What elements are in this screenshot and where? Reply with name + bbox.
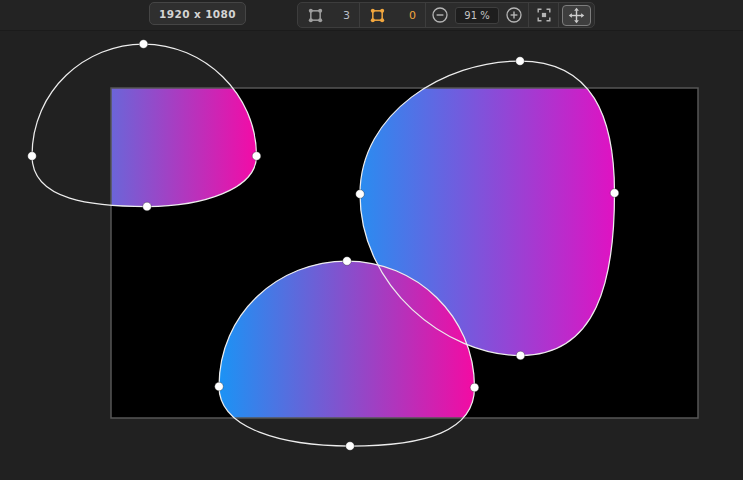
fit-to-screen-button[interactable] xyxy=(529,3,559,27)
artboard-size-badge: 1920 x 1080 xyxy=(149,2,246,25)
control-point[interactable] xyxy=(346,442,355,451)
bounding-box-icon xyxy=(307,7,324,24)
canvas-viewport[interactable] xyxy=(0,0,743,480)
control-point[interactable] xyxy=(28,152,37,161)
control-point[interactable] xyxy=(139,40,148,49)
zoom-in-button[interactable] xyxy=(505,6,523,24)
zoom-out-button[interactable] xyxy=(431,6,449,24)
control-point[interactable] xyxy=(516,57,525,66)
control-point[interactable] xyxy=(610,189,619,198)
shape-count-group[interactable]: 3 xyxy=(298,3,360,27)
selection-count-value: 0 xyxy=(409,9,416,22)
control-point[interactable] xyxy=(252,152,261,161)
artboard-size-label: 1920 x 1080 xyxy=(159,8,236,20)
control-point[interactable] xyxy=(470,383,479,392)
bounding-box-active-icon xyxy=(369,7,386,24)
control-point[interactable] xyxy=(215,382,224,391)
selection-count-group[interactable]: 0 xyxy=(360,3,426,27)
control-point[interactable] xyxy=(143,202,152,211)
zoom-controls: 91 % xyxy=(426,3,529,27)
control-point[interactable] xyxy=(343,257,352,266)
shape-blob-top-left[interactable] xyxy=(32,44,257,207)
canvas-toolbar: 3 0 91 % xyxy=(297,2,595,28)
zoom-level-value: 91 % xyxy=(464,10,489,21)
fit-to-screen-icon xyxy=(535,6,553,24)
move-tool-icon xyxy=(568,7,585,24)
zoom-level-input[interactable]: 91 % xyxy=(455,7,499,24)
control-point[interactable] xyxy=(516,351,525,360)
shape-count-value: 3 xyxy=(343,9,350,22)
pan-tool-button[interactable] xyxy=(562,5,591,26)
control-point[interactable] xyxy=(356,190,365,199)
